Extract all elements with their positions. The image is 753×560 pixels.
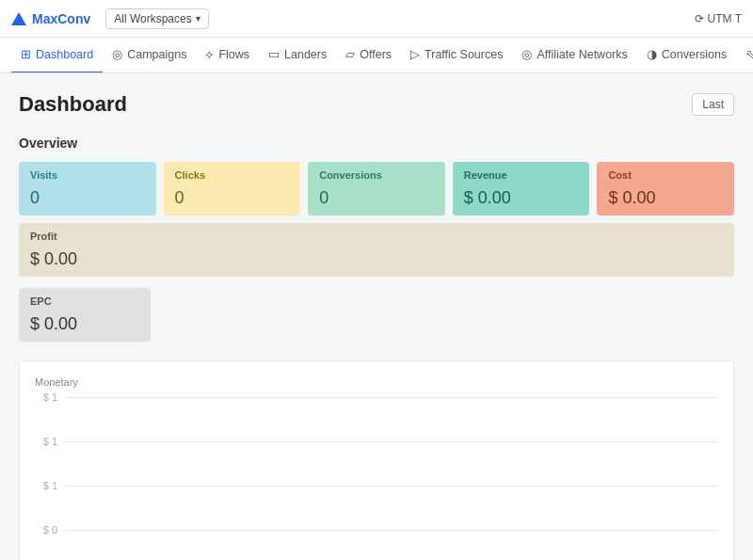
overview-title: Overview	[19, 136, 734, 151]
nav-item-dashboard[interactable]: ⊞ Dashboard	[11, 38, 103, 73]
chart-gridline-2: $ 1	[35, 436, 718, 447]
stats-cards-row: Visits 0 Clicks 0 Conversions 0 Revenue …	[19, 162, 734, 277]
nav-label-traffic-sources: Traffic Sources	[425, 48, 503, 61]
nav-item-postbacks[interactable]: ⬁ Postbacks	[736, 38, 753, 73]
visits-label: Visits	[30, 169, 145, 181]
clicks-value: 0	[175, 188, 290, 208]
main-content: Dashboard Last Overview Visits 0 Clicks …	[0, 73, 753, 560]
gridline-line-3	[65, 486, 718, 487]
nav-label-conversions: Conversions	[662, 48, 727, 61]
profit-label: Profit	[30, 231, 723, 242]
topbar: MaxConv All Workspaces ▾ ⟳ UTM T	[0, 0, 753, 38]
profit-value: $ 0.00	[30, 249, 723, 269]
nav-label-flows: Flows	[218, 48, 249, 61]
gridline-line-4	[65, 530, 718, 531]
conversions-label: Conversions	[319, 169, 434, 181]
conversions-value: 0	[319, 188, 434, 208]
page-title: Dashboard	[19, 92, 127, 117]
nav-item-offers[interactable]: ▱ Offers	[336, 38, 401, 73]
campaigns-icon: ◎	[112, 47, 122, 61]
gridline-label-1: $ 1	[35, 392, 57, 403]
clicks-card: Clicks 0	[164, 162, 301, 216]
epc-label: EPC	[30, 296, 139, 307]
chart-gridline-3: $ 1	[35, 480, 718, 491]
nav-item-landers[interactable]: ▭ Landers	[259, 38, 336, 73]
workspace-label: All Workspaces	[114, 12, 191, 25]
chevron-down-icon: ▾	[196, 13, 200, 24]
cost-value: $ 0.00	[608, 188, 723, 208]
chart-area: $ 1 $ 1 $ 1 $ 0 $ 0	[35, 392, 718, 560]
epc-value: $ 0.00	[30, 314, 139, 334]
cost-card: Cost $ 0.00	[597, 162, 734, 216]
page-header: Dashboard Last	[19, 92, 734, 117]
utm-label: UTM T	[708, 12, 742, 25]
clicks-label: Clicks	[175, 169, 290, 181]
gridline-label-4: $ 0	[35, 524, 57, 536]
epc-cards-row: EPC $ 0.00	[19, 288, 734, 342]
gridline-line-2	[65, 441, 718, 442]
nav-item-affiliate-networks[interactable]: ◎ Affiliate Networks	[512, 38, 636, 73]
logo-text: MaxConv	[32, 11, 90, 26]
dashboard-icon: ⊞	[21, 47, 31, 61]
postbacks-icon: ⬁	[745, 47, 753, 61]
landers-icon: ▭	[268, 47, 280, 61]
chart-container: Monetary $ 1 $ 1 $ 1 $ 0	[19, 360, 734, 560]
app-logo: MaxConv	[11, 11, 90, 26]
gridline-label-3: $ 1	[35, 480, 57, 491]
affiliate-networks-icon: ◎	[521, 47, 532, 61]
nav-item-traffic-sources[interactable]: ▷ Traffic Sources	[401, 38, 512, 73]
nav-label-dashboard: Dashboard	[36, 48, 93, 61]
gridline-line-1	[65, 397, 718, 398]
gridline-label-2: $ 1	[35, 436, 57, 447]
chart-section: Monetary $ 1 $ 1 $ 1 $ 0	[19, 360, 734, 560]
revenue-card: Revenue $ 0.00	[453, 162, 590, 216]
epc-card: EPC $ 0.00	[19, 288, 151, 342]
cost-label: Cost	[608, 169, 723, 181]
nav-label-campaigns: Campaigns	[127, 48, 186, 61]
visits-card: Visits 0	[19, 162, 156, 216]
conversions-card: Conversions 0	[308, 162, 445, 216]
main-nav: ⊞ Dashboard ◎ Campaigns ⟡ Flows ▭ Lander…	[0, 38, 753, 73]
nav-item-flows[interactable]: ⟡ Flows	[196, 38, 259, 73]
offers-icon: ▱	[345, 47, 355, 61]
revenue-value: $ 0.00	[464, 188, 579, 208]
nav-label-landers: Landers	[284, 48, 327, 61]
nav-item-conversions[interactable]: ◑ Conversions	[637, 38, 736, 73]
nav-label-affiliate-networks: Affiliate Networks	[537, 48, 627, 61]
traffic-sources-icon: ▷	[410, 47, 420, 61]
chart-gridline-1: $ 1	[35, 392, 718, 403]
chart-gridline-4: $ 0	[35, 524, 718, 536]
profit-card: Profit $ 0.00	[19, 223, 734, 277]
chart-y-label: Monetary	[35, 376, 718, 388]
revenue-label: Revenue	[464, 169, 579, 181]
utm-button[interactable]: ⟳ UTM T	[695, 12, 742, 25]
utm-icon: ⟳	[695, 12, 704, 25]
nav-label-offers: Offers	[360, 48, 392, 61]
overview-section: Overview Visits 0 Clicks 0 Conversions 0…	[19, 136, 734, 342]
nav-item-campaigns[interactable]: ◎ Campaigns	[103, 38, 196, 73]
conversions-icon: ◑	[647, 47, 657, 61]
flows-icon: ⟡	[205, 47, 214, 62]
last-button[interactable]: Last	[692, 93, 734, 116]
workspace-selector[interactable]: All Workspaces ▾	[105, 8, 208, 29]
visits-value: 0	[30, 188, 145, 208]
logo-icon	[11, 12, 26, 25]
